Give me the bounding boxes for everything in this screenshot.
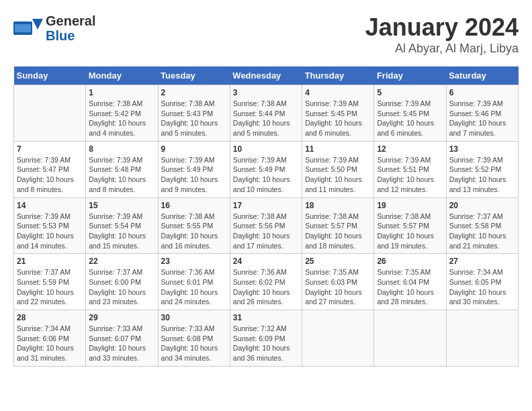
calendar-cell: 28Sunrise: 7:34 AM Sunset: 6:06 PM Dayli… — [14, 310, 86, 367]
day-info: Sunrise: 7:39 AM Sunset: 5:45 PM Dayligh… — [377, 99, 443, 138]
day-info: Sunrise: 7:39 AM Sunset: 5:49 PM Dayligh… — [233, 155, 299, 195]
calendar-week-3: 14Sunrise: 7:39 AM Sunset: 5:53 PM Dayli… — [14, 197, 519, 254]
calendar-week-2: 7Sunrise: 7:39 AM Sunset: 5:47 PM Daylig… — [14, 141, 519, 197]
day-number: 24 — [233, 257, 299, 266]
calendar-cell: 4Sunrise: 7:39 AM Sunset: 5:45 PM Daylig… — [302, 85, 374, 142]
calendar-cell: 9Sunrise: 7:39 AM Sunset: 5:49 PM Daylig… — [158, 141, 230, 197]
day-info: Sunrise: 7:33 AM Sunset: 6:07 PM Dayligh… — [89, 324, 154, 363]
day-info: Sunrise: 7:34 AM Sunset: 6:06 PM Dayligh… — [17, 324, 83, 363]
day-info: Sunrise: 7:39 AM Sunset: 5:49 PM Dayligh… — [161, 155, 227, 195]
day-info: Sunrise: 7:37 AM Sunset: 5:58 PM Dayligh… — [449, 212, 515, 251]
calendar-cell: 10Sunrise: 7:39 AM Sunset: 5:49 PM Dayli… — [230, 141, 302, 197]
day-info: Sunrise: 7:38 AM Sunset: 5:55 PM Dayligh… — [161, 212, 227, 251]
day-number: 11 — [305, 144, 371, 154]
calendar-cell: 15Sunrise: 7:39 AM Sunset: 5:54 PM Dayli… — [86, 197, 158, 254]
day-info: Sunrise: 7:39 AM Sunset: 5:51 PM Dayligh… — [377, 155, 443, 195]
calendar-cell: 3Sunrise: 7:38 AM Sunset: 5:44 PM Daylig… — [230, 85, 302, 142]
day-info: Sunrise: 7:38 AM Sunset: 5:57 PM Dayligh… — [377, 212, 443, 251]
day-info: Sunrise: 7:35 AM Sunset: 6:03 PM Dayligh… — [305, 267, 371, 307]
day-info: Sunrise: 7:38 AM Sunset: 5:56 PM Dayligh… — [233, 212, 299, 251]
calendar-week-5: 28Sunrise: 7:34 AM Sunset: 6:06 PM Dayli… — [14, 310, 519, 367]
day-info: Sunrise: 7:34 AM Sunset: 6:05 PM Dayligh… — [449, 267, 515, 307]
day-number: 26 — [377, 257, 443, 266]
calendar-subtitle: Al Abyar, Al Marj, Libya — [365, 42, 519, 56]
day-number: 1 — [89, 88, 154, 97]
day-number: 23 — [161, 257, 227, 266]
day-info: Sunrise: 7:39 AM Sunset: 5:50 PM Dayligh… — [305, 155, 371, 195]
calendar-cell: 8Sunrise: 7:39 AM Sunset: 5:48 PM Daylig… — [86, 141, 158, 197]
logo-blue: Blue — [46, 28, 95, 43]
calendar-cell: 26Sunrise: 7:35 AM Sunset: 6:04 PM Dayli… — [374, 254, 446, 310]
calendar-cell: 1Sunrise: 7:38 AM Sunset: 5:42 PM Daylig… — [86, 85, 158, 142]
calendar-cell: 2Sunrise: 7:38 AM Sunset: 5:43 PM Daylig… — [158, 85, 230, 142]
calendar-cell: 30Sunrise: 7:33 AM Sunset: 6:08 PM Dayli… — [158, 310, 230, 367]
weekday-header-monday: Monday — [86, 66, 158, 85]
day-info: Sunrise: 7:32 AM Sunset: 6:09 PM Dayligh… — [233, 324, 299, 363]
weekday-header-saturday: Saturday — [446, 66, 518, 85]
day-number: 25 — [305, 257, 371, 266]
day-number: 17 — [233, 201, 299, 210]
calendar-cell: 6Sunrise: 7:39 AM Sunset: 5:46 PM Daylig… — [446, 85, 518, 142]
calendar-week-4: 21Sunrise: 7:37 AM Sunset: 5:59 PM Dayli… — [14, 254, 519, 310]
logo: General Blue — [13, 13, 95, 43]
day-number: 15 — [89, 201, 154, 210]
day-info: Sunrise: 7:39 AM Sunset: 5:54 PM Dayligh… — [89, 212, 154, 251]
day-number: 16 — [161, 201, 227, 210]
day-number: 2 — [161, 88, 227, 97]
day-number: 28 — [17, 313, 83, 322]
calendar-cell: 12Sunrise: 7:39 AM Sunset: 5:51 PM Dayli… — [374, 141, 446, 197]
day-info: Sunrise: 7:39 AM Sunset: 5:47 PM Dayligh… — [17, 155, 83, 195]
calendar-cell: 23Sunrise: 7:36 AM Sunset: 6:01 PM Dayli… — [158, 254, 230, 310]
day-number: 13 — [449, 144, 515, 154]
weekday-header-wednesday: Wednesday — [230, 66, 302, 85]
day-info: Sunrise: 7:39 AM Sunset: 5:46 PM Dayligh… — [449, 99, 515, 138]
calendar-cell: 31Sunrise: 7:32 AM Sunset: 6:09 PM Dayli… — [230, 310, 302, 367]
day-number: 3 — [233, 88, 299, 97]
day-number: 6 — [449, 88, 515, 97]
day-number: 7 — [17, 144, 83, 154]
day-number: 20 — [449, 201, 515, 210]
svg-rect-2 — [15, 24, 31, 32]
day-info: Sunrise: 7:38 AM Sunset: 5:44 PM Dayligh… — [233, 99, 299, 138]
calendar-cell: 19Sunrise: 7:38 AM Sunset: 5:57 PM Dayli… — [374, 197, 446, 254]
calendar-cell: 11Sunrise: 7:39 AM Sunset: 5:50 PM Dayli… — [302, 141, 374, 197]
day-number: 29 — [89, 313, 154, 322]
day-number: 8 — [89, 144, 154, 154]
day-number: 22 — [89, 257, 154, 266]
calendar-cell — [374, 310, 446, 367]
logo-general: General — [46, 13, 95, 28]
day-info: Sunrise: 7:36 AM Sunset: 6:02 PM Dayligh… — [233, 267, 299, 307]
day-info: Sunrise: 7:39 AM Sunset: 5:45 PM Dayligh… — [305, 99, 371, 138]
calendar-cell: 22Sunrise: 7:37 AM Sunset: 6:00 PM Dayli… — [86, 254, 158, 310]
day-info: Sunrise: 7:33 AM Sunset: 6:08 PM Dayligh… — [161, 324, 227, 363]
calendar-cell: 7Sunrise: 7:39 AM Sunset: 5:47 PM Daylig… — [14, 141, 86, 197]
calendar-week-1: 1Sunrise: 7:38 AM Sunset: 5:42 PM Daylig… — [14, 85, 519, 142]
day-info: Sunrise: 7:38 AM Sunset: 5:57 PM Dayligh… — [305, 212, 371, 251]
calendar-cell: 21Sunrise: 7:37 AM Sunset: 5:59 PM Dayli… — [14, 254, 86, 310]
calendar-cell: 17Sunrise: 7:38 AM Sunset: 5:56 PM Dayli… — [230, 197, 302, 254]
logo-icon — [13, 16, 43, 40]
title-block: January 2024 Al Abyar, Al Marj, Libya — [365, 13, 519, 56]
day-number: 27 — [449, 257, 515, 266]
day-number: 30 — [161, 313, 227, 322]
day-number: 31 — [233, 313, 299, 322]
day-info: Sunrise: 7:38 AM Sunset: 5:42 PM Dayligh… — [89, 99, 154, 138]
calendar-cell: 18Sunrise: 7:38 AM Sunset: 5:57 PM Dayli… — [302, 197, 374, 254]
calendar-cell: 13Sunrise: 7:39 AM Sunset: 5:52 PM Dayli… — [446, 141, 518, 197]
weekday-header-sunday: Sunday — [14, 66, 86, 85]
day-number: 19 — [377, 201, 443, 210]
calendar-cell: 5Sunrise: 7:39 AM Sunset: 5:45 PM Daylig… — [374, 85, 446, 142]
day-info: Sunrise: 7:36 AM Sunset: 6:01 PM Dayligh… — [161, 267, 227, 307]
calendar-cell — [302, 310, 374, 367]
calendar-cell — [446, 310, 518, 367]
calendar-cell: 14Sunrise: 7:39 AM Sunset: 5:53 PM Dayli… — [14, 197, 86, 254]
day-number: 9 — [161, 144, 227, 154]
day-number: 10 — [233, 144, 299, 154]
calendar-cell: 27Sunrise: 7:34 AM Sunset: 6:05 PM Dayli… — [446, 254, 518, 310]
calendar-cell: 16Sunrise: 7:38 AM Sunset: 5:55 PM Dayli… — [158, 197, 230, 254]
calendar-cell: 29Sunrise: 7:33 AM Sunset: 6:07 PM Dayli… — [86, 310, 158, 367]
calendar-table: SundayMondayTuesdayWednesdayThursdayFrid… — [13, 66, 519, 367]
day-number: 14 — [17, 201, 83, 210]
day-info: Sunrise: 7:38 AM Sunset: 5:43 PM Dayligh… — [161, 99, 227, 138]
calendar-cell: 25Sunrise: 7:35 AM Sunset: 6:03 PM Dayli… — [302, 254, 374, 310]
